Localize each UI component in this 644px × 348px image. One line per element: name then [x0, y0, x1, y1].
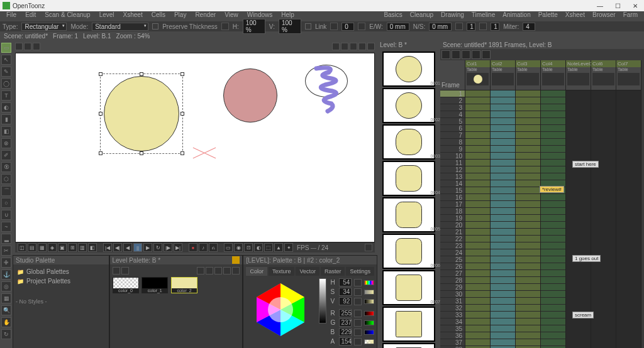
xsheet-cell[interactable] [465, 332, 490, 339]
frame-row[interactable]: 1 [440, 90, 465, 97]
xsheet-cell[interactable] [516, 104, 540, 111]
tracker-tool[interactable]: ◎ [1, 281, 11, 291]
xsheet-cell[interactable] [591, 229, 616, 236]
xsheet-cell[interactable] [591, 284, 616, 291]
palette-menu-button[interactable] [232, 256, 240, 264]
xsheet-cell[interactable] [591, 339, 616, 346]
xsheet-cell[interactable] [591, 104, 616, 111]
xsheet-cell[interactable] [541, 215, 565, 222]
pal-icon4[interactable] [206, 267, 213, 275]
tab-texture[interactable]: Texture [269, 267, 295, 276]
rgb-picker-tool[interactable]: ⦿ [1, 162, 11, 172]
type-tool[interactable]: T [1, 90, 11, 101]
xsheet-cell[interactable] [566, 187, 591, 194]
xsheet-cell[interactable] [616, 104, 641, 111]
xsheet-cell[interactable] [616, 153, 641, 160]
xsheet-cell[interactable] [591, 125, 616, 132]
tab-settings[interactable]: Settings [346, 267, 374, 276]
xsheet-cell[interactable] [491, 180, 515, 187]
xsheet-cell[interactable] [491, 132, 515, 139]
maximize-button[interactable]: ☐ [611, 3, 624, 9]
scribble-shape[interactable] [305, 65, 349, 109]
view5-button[interactable]: ⬚ [264, 243, 273, 252]
thumbnail[interactable]: 0001 [382, 52, 435, 87]
pal-icon2[interactable] [121, 267, 129, 275]
xsheet-cell[interactable] [491, 229, 515, 236]
menu-scan[interactable]: Scan & Cleanup [41, 11, 94, 21]
mode-dropdown[interactable]: Standard [92, 23, 148, 31]
hue-slider[interactable] [364, 280, 374, 285]
xsheet-cell[interactable] [616, 187, 641, 194]
xsheet-cell[interactable] [616, 208, 641, 215]
xsheet-cell[interactable] [591, 201, 616, 208]
link-checkbox[interactable] [305, 23, 311, 30]
xsheet-cell[interactable] [491, 222, 515, 229]
xsheet-cell[interactable] [566, 277, 591, 284]
xsheet-cell[interactable] [591, 222, 616, 229]
tab-color[interactable]: Color [246, 267, 267, 276]
freeze-icon[interactable] [350, 43, 357, 50]
xsheet-cell[interactable] [491, 173, 515, 180]
xsheet-cell[interactable] [465, 139, 490, 146]
zoom-tool[interactable]: 🔍 [1, 305, 11, 315]
xsheet-cell[interactable] [566, 201, 591, 208]
room-xsheet[interactable]: Xsheet [562, 11, 589, 21]
xsheet-cell[interactable] [616, 284, 641, 291]
opt4-button[interactable]: ◈ [48, 243, 57, 252]
xsheet-cell[interactable] [465, 132, 490, 139]
pause-button[interactable]: || [133, 243, 142, 252]
play-reverse-button[interactable]: ◀ [123, 243, 132, 252]
field-guide-icon[interactable] [24, 43, 31, 50]
preserve-checkbox[interactable] [152, 23, 158, 30]
skeleton-tool[interactable]: ✙ [1, 258, 11, 268]
xsheet-cell[interactable] [566, 298, 591, 305]
xsheet-cell[interactable] [616, 146, 641, 153]
xsheet-cell[interactable] [566, 173, 591, 180]
xsheet-cell[interactable] [491, 256, 515, 263]
xsheet-cell[interactable] [616, 236, 641, 242]
xsheet-cell[interactable] [566, 332, 591, 339]
xsheet-cell[interactable] [516, 332, 540, 339]
xsheet-cell[interactable] [491, 187, 515, 194]
xsheet-cell[interactable] [616, 97, 641, 104]
xsheet-cell[interactable] [491, 215, 515, 222]
global-palettes-folder[interactable]: Global Palettes [16, 267, 106, 276]
room-drawing[interactable]: Drawing [437, 11, 468, 21]
geometry-tool[interactable]: ◯ [1, 79, 11, 89]
view7-button[interactable]: ✦ [284, 243, 293, 252]
xsheet-cell[interactable] [566, 236, 591, 242]
close-button[interactable]: ✕ [629, 3, 641, 9]
frame-row[interactable]: 37 [440, 339, 465, 346]
xsheet-cell[interactable] [491, 118, 515, 125]
xsheet-cell[interactable] [566, 215, 591, 222]
thumbnail[interactable]: 0005 [382, 197, 435, 232]
xsheet-cell[interactable] [516, 139, 540, 146]
xsheet-cell[interactable] [465, 263, 490, 270]
view4-button[interactable]: ◐ [254, 243, 263, 252]
xsheet-cell[interactable] [516, 236, 540, 242]
safe-area-icon[interactable] [15, 43, 23, 50]
xsheet-cell[interactable] [491, 242, 515, 249]
xsheet-cell[interactable] [491, 263, 515, 270]
xsheet-cell[interactable] [541, 236, 565, 242]
thumbnail[interactable] [382, 307, 435, 342]
xsheet-cell[interactable] [566, 242, 591, 249]
thumbnail[interactable]: 0002 [382, 88, 435, 123]
xsheet-cell[interactable] [566, 208, 591, 215]
xsheet-cell[interactable] [516, 208, 540, 215]
opt5-button[interactable]: ▣ [58, 243, 67, 252]
xsheet-cell[interactable] [465, 222, 490, 229]
xsheet-cell[interactable] [541, 242, 565, 249]
thumbnail[interactable]: 0004 [382, 161, 435, 196]
xsheet-cell[interactable] [616, 332, 641, 339]
xsheet-cell[interactable] [541, 249, 565, 256]
menu-xsheet[interactable]: Xsheet [119, 11, 147, 21]
xsheet-cell[interactable] [541, 166, 565, 173]
xsheet-cell[interactable] [566, 222, 591, 229]
xsheet-cell[interactable] [541, 153, 565, 160]
xsheet-cell[interactable] [541, 111, 565, 118]
xsheet-cell[interactable] [591, 332, 616, 339]
xsheet-cell[interactable] [516, 125, 540, 132]
frame-row[interactable]: 21 [440, 229, 465, 236]
xsheet-cell[interactable] [491, 236, 515, 242]
